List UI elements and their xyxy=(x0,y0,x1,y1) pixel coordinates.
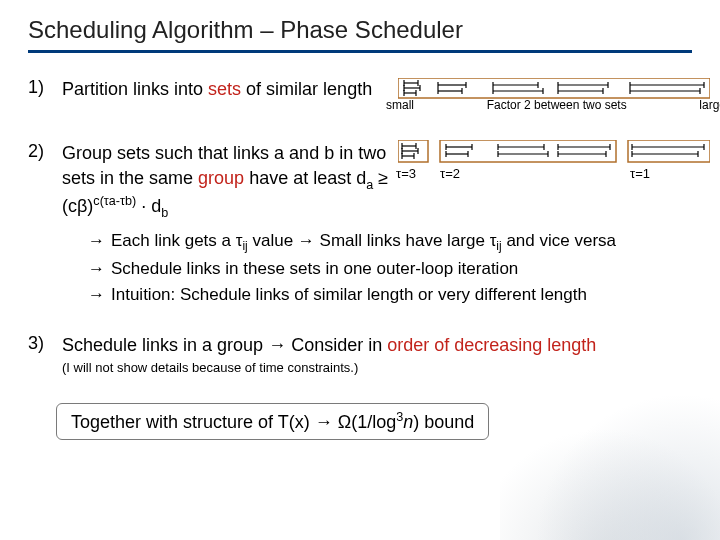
item-text: Schedule links in a group → Consider in … xyxy=(62,333,596,377)
tau-labels: τ=3 τ=2 τ=1 xyxy=(396,166,712,181)
text: have at least d xyxy=(244,168,366,188)
link-group-med2 xyxy=(493,82,543,94)
formula: · d xyxy=(136,196,161,216)
item3-subnote: (I will not show details because of time… xyxy=(62,359,596,377)
links-svg-row1 xyxy=(398,78,710,100)
text: Schedule links in a group → Consider in xyxy=(62,335,387,355)
item-number: 2) xyxy=(28,141,62,162)
item-text: Group sets such that links a and b in tw… xyxy=(62,141,398,221)
tau-label-2: τ=2 xyxy=(440,166,616,181)
link-group-small xyxy=(404,80,420,96)
set-box xyxy=(398,78,710,98)
links-diagram-row2 xyxy=(398,140,710,190)
label-large: large xyxy=(699,98,720,112)
link-group-med1 xyxy=(438,82,466,94)
link-group-med3 xyxy=(558,82,608,94)
grp3-links xyxy=(632,144,704,157)
grp1-links xyxy=(402,143,418,159)
links-diagram-row1 xyxy=(398,78,710,100)
links-svg-row2 xyxy=(398,140,710,190)
note-line: Schedule links in these sets in one oute… xyxy=(88,256,692,282)
keyword-group: group xyxy=(198,168,244,188)
item-number: 3) xyxy=(28,333,62,354)
row1-axis-labels: small Factor 2 between two sets large xyxy=(386,98,720,112)
text: Partition links into xyxy=(62,79,208,99)
item-number: 1) xyxy=(28,77,62,98)
callout-box: Together with structure of T(x) → Ω(1/lo… xyxy=(56,403,489,440)
tau-label-1: τ=3 xyxy=(396,166,426,181)
label-small: small xyxy=(386,98,414,112)
group-box-2 xyxy=(440,140,616,162)
tau-label-3: τ=1 xyxy=(630,166,712,181)
item-text: Partition links into sets of similar len… xyxy=(62,77,372,101)
keyword-order: order of decreasing length xyxy=(387,335,596,355)
label-mid: Factor 2 between two sets xyxy=(487,98,627,112)
background-decoration xyxy=(500,380,720,540)
list-item-2: 2) Group sets such that links a and b in… xyxy=(28,141,398,221)
keyword-sets: sets xyxy=(208,79,241,99)
item2-notes: Each link gets a τij value → Small links… xyxy=(88,228,692,307)
note-line: Each link gets a τij value → Small links… xyxy=(88,228,692,256)
link-group-large xyxy=(630,82,704,94)
sub-b: b xyxy=(161,206,168,220)
text: of similar length xyxy=(241,79,372,99)
note-line: Intuition: Schedule links of similar len… xyxy=(88,282,692,308)
title-underline xyxy=(28,50,692,53)
formula-sup: c(τa-τb) xyxy=(93,194,136,208)
grp2-links xyxy=(446,144,610,157)
slide-title: Scheduling Algorithm – Phase Scheduler xyxy=(28,16,692,44)
list-item-3: 3) Schedule links in a group → Consider … xyxy=(28,333,692,377)
